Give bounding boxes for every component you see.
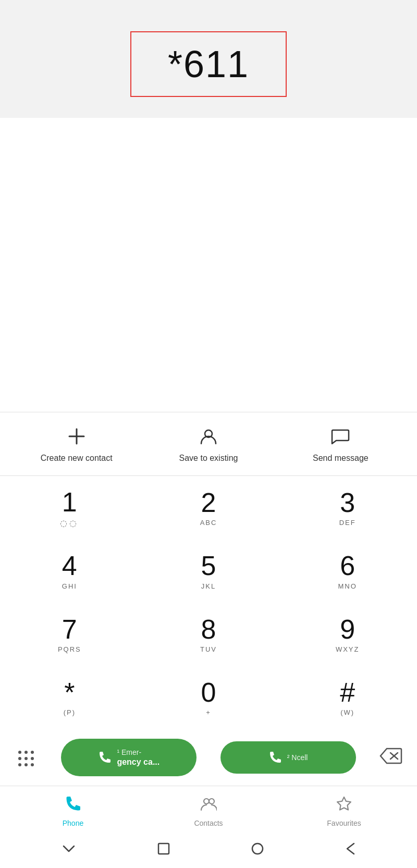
nav-phone[interactable]: Phone <box>5 796 141 827</box>
svg-point-11 <box>31 763 34 766</box>
dial-number-8: 8 <box>201 615 216 644</box>
svg-point-5 <box>31 751 34 754</box>
dial-key-9[interactable]: 9 WXYZ <box>278 603 417 666</box>
backspace-button[interactable] <box>375 747 407 769</box>
dial-key-hash[interactable]: # (W) <box>278 666 417 729</box>
dial-key-8[interactable]: 8 TUV <box>139 603 278 666</box>
dial-letters-8: TUV <box>200 645 217 655</box>
dial-key-4[interactable]: 4 GHI <box>0 540 139 603</box>
dial-number-3: 3 <box>340 488 355 518</box>
call-icon-emergency <box>98 751 112 764</box>
dial-letters-7: PQRS <box>58 645 81 655</box>
dial-key-0[interactable]: 0 + <box>139 666 278 729</box>
number-box: *611 <box>130 31 287 97</box>
favourites-nav-icon <box>336 796 352 816</box>
dial-letters-6: MNO <box>338 582 357 592</box>
person-icon <box>199 427 218 448</box>
svg-point-17 <box>252 843 263 854</box>
dial-letters-2: ABC <box>200 519 217 528</box>
dial-number-1: 1 <box>62 487 77 517</box>
dial-number-4: 4 <box>62 551 77 581</box>
contacts-nav-label: Contacts <box>194 819 223 827</box>
dial-letters-0: + <box>206 708 211 718</box>
ncell-call-line1: ² Ncell <box>287 753 308 762</box>
ncell-call-button[interactable]: ² Ncell <box>220 741 356 774</box>
svg-rect-16 <box>158 843 169 854</box>
dial-letters-3: DEF <box>339 519 356 528</box>
back-button[interactable] <box>345 842 356 859</box>
svg-point-15 <box>209 799 214 804</box>
phone-nav-icon <box>65 796 81 816</box>
save-to-existing-button[interactable]: Save to existing <box>142 427 274 463</box>
svg-point-3 <box>18 751 21 754</box>
bottom-nav: Phone Contacts Favourites <box>0 786 417 835</box>
nav-contacts[interactable]: Contacts <box>141 796 276 827</box>
dial-number-9: 9 <box>340 615 355 644</box>
dial-key-3[interactable]: 3 DEF <box>278 476 417 540</box>
dial-letters-1: ◌◌ <box>60 518 79 528</box>
plus-icon <box>67 427 86 448</box>
dial-key-7[interactable]: 7 PQRS <box>0 603 139 666</box>
svg-point-9 <box>18 763 21 766</box>
emergency-call-button[interactable]: ¹ Emer- gency ca... <box>61 739 197 776</box>
chevron-down-button[interactable] <box>61 843 77 858</box>
create-new-contact-button[interactable]: Create new contact <box>10 427 142 463</box>
svg-point-4 <box>24 751 28 754</box>
dial-number-0: 0 <box>201 678 216 707</box>
system-nav <box>0 835 417 868</box>
dial-letters-9: WXYZ <box>336 645 360 655</box>
dial-key-6[interactable]: 6 MNO <box>278 540 417 603</box>
square-button[interactable] <box>157 842 170 859</box>
nav-favourites[interactable]: Favourites <box>276 796 412 827</box>
send-message-button[interactable]: Send message <box>275 427 407 463</box>
dial-number-5: 5 <box>201 551 216 581</box>
circle-button[interactable] <box>251 842 264 859</box>
svg-point-10 <box>24 763 28 766</box>
dial-letters-4: GHI <box>62 582 77 592</box>
dial-number-7: 7 <box>62 615 77 644</box>
emergency-call-line2: gency ca... <box>117 757 160 767</box>
contacts-nav-icon <box>200 796 217 816</box>
svg-point-14 <box>204 799 209 804</box>
svg-point-8 <box>31 757 34 760</box>
dial-key-5[interactable]: 5 JKL <box>139 540 278 603</box>
dialpad: 1 ◌◌ 2 ABC 3 DEF 4 GHI 5 JKL 6 MNO 7 PQR… <box>0 476 417 729</box>
send-message-label: Send message <box>313 454 369 463</box>
create-new-contact-label: Create new contact <box>41 454 113 463</box>
emergency-call-line1: ¹ Emer- <box>117 748 141 757</box>
dial-key-1[interactable]: 1 ◌◌ <box>0 476 139 540</box>
dial-letters-5: JKL <box>201 582 216 592</box>
dial-number-6: 6 <box>340 551 355 581</box>
dial-key-2[interactable]: 2 ABC <box>139 476 278 540</box>
action-row: Create new contact Save to existing Send… <box>0 412 417 476</box>
call-icon-ncell <box>268 751 282 764</box>
call-row: ¹ Emer- gency ca... ² Ncell <box>0 729 417 786</box>
dial-key-star[interactable]: * (P) <box>0 666 139 729</box>
svg-point-7 <box>24 757 28 760</box>
save-to-existing-label: Save to existing <box>179 454 238 463</box>
number-display-area: *611 <box>0 0 417 118</box>
dots-icon[interactable] <box>10 745 42 770</box>
chat-icon <box>331 427 350 448</box>
dial-number-star: * <box>64 678 75 707</box>
dial-number-hash: # <box>340 678 355 707</box>
dial-letters-star: (P) <box>64 708 76 718</box>
dial-number-2: 2 <box>201 488 216 518</box>
phone-nav-label: Phone <box>63 819 83 827</box>
dialed-number: *611 <box>168 43 249 85</box>
dial-letters-hash: (W) <box>340 708 354 718</box>
favourites-nav-label: Favourites <box>327 819 361 827</box>
svg-point-6 <box>18 757 21 760</box>
spacer <box>0 118 417 412</box>
